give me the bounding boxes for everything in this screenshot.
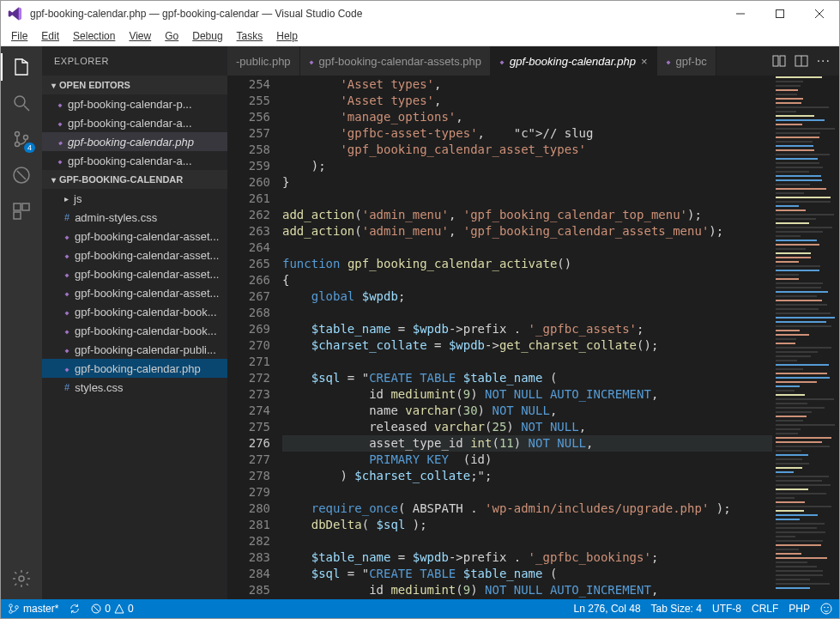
explorer-icon[interactable] (9, 55, 33, 79)
editor-tab-active[interactable]: ⬥gpf-booking-calendar.php× (491, 46, 657, 76)
vscode-window: gpf-booking-calendar.php — gpf-booking-c… (0, 0, 840, 619)
file-item[interactable]: ⬥gpf-booking-calendar-book... (42, 302, 227, 321)
more-icon[interactable]: ··· (817, 53, 831, 69)
git-sync[interactable] (69, 603, 81, 615)
php-icon: ⬥ (64, 251, 69, 260)
svg-point-4 (15, 96, 25, 106)
close-tab-icon[interactable]: × (641, 55, 648, 68)
menu-file[interactable]: File (4, 28, 34, 44)
menu-selection[interactable]: Selection (66, 28, 122, 44)
compare-icon[interactable] (772, 54, 786, 68)
menu-edit[interactable]: Edit (34, 28, 66, 44)
activity-bar: 4 (1, 46, 42, 599)
folder-item[interactable]: ▸js (42, 189, 227, 208)
menu-view[interactable]: View (122, 28, 158, 44)
file-item[interactable]: #styles.css (42, 378, 227, 397)
settings-gear-icon[interactable] (9, 567, 33, 591)
tab-actions: ··· (764, 46, 839, 76)
code-editor[interactable]: 2542552562572582592602612622632642652662… (227, 76, 839, 599)
svg-point-24 (821, 604, 831, 614)
open-editor-item-active[interactable]: ⬥gpf-booking-calendar.php (42, 132, 227, 151)
file-item[interactable]: ⬥gpf-booking-calendar-publi... (42, 340, 227, 359)
tab-size[interactable]: Tab Size: 4 (651, 603, 702, 615)
php-icon: ⬥ (666, 57, 671, 66)
chevron-right-icon: ▸ (64, 194, 69, 203)
window-controls (721, 1, 839, 27)
tab-bar: -public.php ⬥gpf-booking-calendar-assets… (227, 46, 839, 76)
svg-rect-16 (780, 56, 785, 66)
status-bar: master* 0 0 Ln 276, Col 48 Tab Size: 4 U… (1, 599, 839, 618)
encoding[interactable]: UTF-8 (712, 603, 741, 615)
open-editor-item[interactable]: ⬥gpf-booking-calendar-p... (42, 94, 227, 113)
code-content[interactable]: 'Asset types', 'Asset types', 'manage_op… (282, 76, 772, 599)
php-icon: ⬥ (64, 364, 69, 373)
svg-point-20 (9, 610, 13, 614)
minimize-button[interactable] (721, 1, 760, 27)
menubar: File Edit Selection View Go Debug Tasks … (1, 27, 839, 46)
css-icon: # (64, 382, 69, 392)
svg-rect-13 (14, 212, 21, 219)
git-branch[interactable]: master* (8, 603, 58, 615)
svg-point-26 (827, 607, 829, 609)
debug-icon[interactable] (9, 163, 33, 187)
svg-point-8 (24, 136, 28, 140)
titlebar: gpf-booking-calendar.php — gpf-booking-c… (1, 1, 839, 27)
cursor-position[interactable]: Ln 276, Col 48 (574, 603, 641, 615)
menu-debug[interactable]: Debug (185, 28, 229, 44)
svg-point-19 (9, 604, 13, 608)
section-workspace[interactable]: ▾ GPF-BOOKING-CALENDAR (42, 170, 227, 189)
php-icon: ⬥ (499, 57, 505, 66)
svg-point-14 (19, 576, 24, 581)
vscode-logo-icon (8, 6, 23, 21)
eol[interactable]: CRLF (752, 603, 778, 615)
open-editor-item[interactable]: ⬥gpf-booking-calendar-a... (42, 151, 227, 170)
language-mode[interactable]: PHP (789, 603, 810, 615)
editor-area: -public.php ⬥gpf-booking-calendar-assets… (227, 46, 839, 599)
php-icon: ⬥ (57, 100, 63, 109)
svg-rect-15 (773, 56, 778, 66)
file-item[interactable]: ⬥gpf-booking-calendar-asset... (42, 227, 227, 246)
search-icon[interactable] (9, 91, 33, 115)
php-icon: ⬥ (57, 156, 63, 166)
maximize-button[interactable] (760, 1, 800, 27)
php-icon: ⬥ (57, 118, 63, 128)
menu-help[interactable]: Help (269, 28, 305, 44)
editor-tab[interactable]: ⬥gpf-booking-calendar-assets.php (300, 46, 491, 76)
svg-point-21 (15, 606, 19, 610)
problems[interactable]: 0 0 (91, 603, 133, 615)
file-item-selected[interactable]: ⬥gpf-booking-calendar.php (42, 359, 227, 378)
php-icon: ⬥ (64, 345, 69, 355)
svg-line-5 (24, 106, 29, 111)
close-button[interactable] (800, 1, 839, 27)
source-control-icon[interactable]: 4 (9, 127, 33, 151)
file-item[interactable]: ⬥gpf-booking-calendar-asset... (42, 264, 227, 283)
editor-tab[interactable]: ⬥gpf-bc (657, 46, 716, 76)
file-item[interactable]: ⬥gpf-booking-calendar-asset... (42, 246, 227, 264)
file-item[interactable]: ⬥gpf-booking-calendar-book... (42, 321, 227, 340)
section-open-editors[interactable]: ▾ OPEN EDITORS (42, 76, 227, 94)
sidebar: EXPLORER ▾ OPEN EDITORS ⬥gpf-booking-cal… (42, 46, 227, 599)
php-icon: ⬥ (64, 232, 69, 241)
open-editor-item[interactable]: ⬥gpf-booking-calendar-a... (42, 113, 227, 132)
php-icon: ⬥ (309, 57, 314, 66)
file-item[interactable]: #admin-styles.css (42, 208, 227, 227)
php-icon: ⬥ (64, 288, 69, 298)
svg-line-10 (17, 171, 26, 179)
minimap[interactable] (772, 76, 839, 599)
editor-tab[interactable]: -public.php (227, 46, 300, 76)
svg-rect-1 (777, 10, 784, 18)
chevron-down-icon: ▾ (47, 81, 59, 90)
extensions-icon[interactable] (9, 199, 33, 223)
php-icon: ⬥ (64, 326, 69, 336)
main: 4 EXPLORER ▾ OPEN EDITORS ⬥gpf-booking-c… (1, 46, 839, 599)
open-editors-list: ⬥gpf-booking-calendar-p... ⬥gpf-booking-… (42, 94, 227, 170)
split-editor-icon[interactable] (795, 54, 808, 68)
css-icon: # (64, 212, 69, 222)
svg-rect-12 (22, 203, 29, 210)
svg-line-23 (94, 606, 99, 611)
menu-go[interactable]: Go (158, 28, 185, 44)
file-item[interactable]: ⬥gpf-booking-calendar-asset... (42, 283, 227, 302)
feedback-icon[interactable] (820, 603, 832, 615)
line-gutter: 2542552562572582592602612622632642652662… (227, 76, 282, 599)
menu-tasks[interactable]: Tasks (230, 28, 270, 44)
